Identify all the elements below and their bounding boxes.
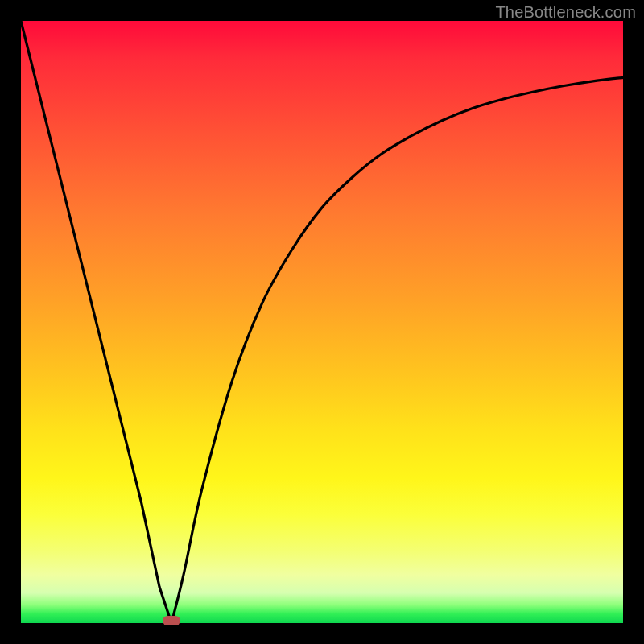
watermark-text: TheBottleneck.com [495, 3, 636, 22]
plot-area [21, 21, 623, 623]
chart-frame: TheBottleneck.com [0, 0, 644, 644]
bottleneck-curve [21, 21, 623, 623]
minimum-marker [163, 616, 180, 625]
